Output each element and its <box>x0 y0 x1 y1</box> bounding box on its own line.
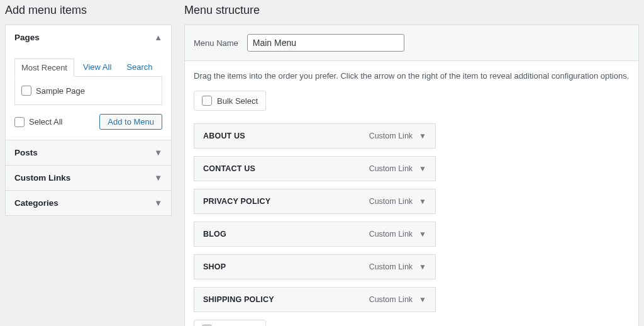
select-all-label: Select All <box>29 117 62 126</box>
menu-item-about-us[interactable]: ABOUT US Custom Link ▼ <box>194 123 436 149</box>
menu-item-contact-us[interactable]: CONTACT US Custom Link ▼ <box>194 156 436 181</box>
menu-item-title: CONTACT US <box>203 164 255 173</box>
panel-posts-label: Posts <box>14 148 38 157</box>
panel-posts-header[interactable]: Posts ▼ <box>6 140 171 165</box>
bulk-select-top-label: Bulk Select <box>217 96 258 106</box>
menu-item-type: Custom Link <box>369 132 413 140</box>
checkbox-sample-page[interactable] <box>21 86 31 96</box>
menu-item-title: SHOP <box>203 262 226 271</box>
tab-view-all[interactable]: View All <box>83 59 118 76</box>
caret-down-icon[interactable]: ▼ <box>419 132 426 140</box>
menu-structure-heading: Menu structure <box>184 4 639 17</box>
menu-item-title: BLOG <box>203 230 226 239</box>
panel-pages-header[interactable]: Pages ▲ <box>6 25 171 50</box>
accordion: Pages ▲ Most Recent View All Search Samp… <box>5 25 172 216</box>
drag-hint: Drag the items into the order you prefer… <box>194 71 630 81</box>
panel-pages-body: Most Recent View All Search Sample Page … <box>6 50 171 140</box>
checkbox-select-all[interactable] <box>14 117 25 127</box>
page-sample-row[interactable]: Sample Page <box>21 83 155 98</box>
menu-item-type: Custom Link <box>369 164 413 173</box>
pages-list: Sample Page <box>14 76 162 105</box>
menu-item-type: Custom Link <box>369 262 413 271</box>
menu-item-type: Custom Link <box>369 230 413 239</box>
menu-item-shipping-policy[interactable]: SHIPPING POLICY Custom Link ▼ <box>194 287 436 312</box>
checkbox-bulk-top[interactable] <box>202 96 212 106</box>
panel-pages-label: Pages <box>14 33 40 42</box>
menu-item-blog[interactable]: BLOG Custom Link ▼ <box>194 222 436 247</box>
menu-item-type: Custom Link <box>369 197 413 206</box>
panel-categories-label: Categories <box>14 198 58 208</box>
caret-down-icon[interactable]: ▼ <box>419 262 426 271</box>
menu-item-shop[interactable]: SHOP Custom Link ▼ <box>194 254 436 279</box>
menu-item-title: ABOUT US <box>203 132 245 140</box>
menu-name-input[interactable] <box>247 34 404 52</box>
panel-custom-links-header[interactable]: Custom Links ▼ <box>6 165 171 190</box>
caret-down-icon[interactable]: ▼ <box>419 295 426 304</box>
menu-item-title: PRIVACY POLICY <box>203 197 270 206</box>
menu-items-list: ABOUT US Custom Link ▼ CONTACT US Custom… <box>194 123 436 312</box>
tab-most-recent[interactable]: Most Recent <box>14 59 74 77</box>
menu-header: Menu Name <box>185 25 638 61</box>
caret-down-icon: ▼ <box>154 198 162 208</box>
pages-tabs: Most Recent View All Search <box>14 59 162 76</box>
caret-down-icon[interactable]: ▼ <box>419 230 426 239</box>
add-to-menu-button[interactable]: Add to Menu <box>99 114 162 130</box>
menu-name-label: Menu Name <box>194 38 238 48</box>
page-sample-label: Sample Page <box>36 86 85 96</box>
caret-down-icon: ▼ <box>154 173 162 183</box>
caret-down-icon[interactable]: ▼ <box>419 164 426 173</box>
menu-settings-panel: Menu Name Drag the items into the order … <box>184 25 639 326</box>
tab-search[interactable]: Search <box>126 59 158 76</box>
caret-down-icon[interactable]: ▼ <box>419 197 426 206</box>
menu-item-type: Custom Link <box>369 295 413 304</box>
panel-categories-header[interactable]: Categories ▼ <box>6 190 171 215</box>
add-menu-items-heading: Add menu items <box>5 4 172 17</box>
bulk-select-top[interactable]: Bulk Select <box>194 91 266 111</box>
menu-item-privacy-policy[interactable]: PRIVACY POLICY Custom Link ▼ <box>194 189 436 214</box>
menu-item-title: SHIPPING POLICY <box>203 295 274 304</box>
caret-up-icon: ▲ <box>154 33 162 42</box>
panel-custom-links-label: Custom Links <box>14 173 70 183</box>
caret-down-icon: ▼ <box>154 148 162 157</box>
select-all-row[interactable]: Select All <box>14 115 62 130</box>
bulk-select-bottom[interactable]: Bulk Select <box>194 320 266 326</box>
